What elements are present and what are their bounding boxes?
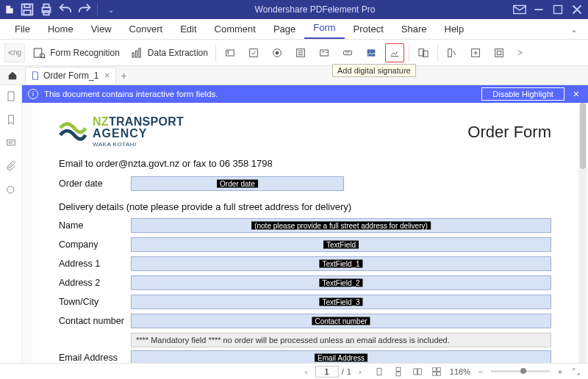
field-order-date[interactable]: Order date [131,176,344,191]
svg-rect-53 [437,367,440,371]
menu-convert[interactable]: Convert [121,19,172,39]
dropdown-tool-icon[interactable] [315,43,334,62]
field-name[interactable]: (note please provide a full street addre… [131,218,551,233]
more-tools-3-icon[interactable] [490,43,509,62]
document-title: Order Form [467,123,551,142]
ribbon-scroll-left[interactable]: < ng [4,43,25,62]
ribbon-scroll-right[interactable]: > [514,48,526,58]
mail-icon[interactable] [512,1,528,18]
digital-signature-tool-icon[interactable] [385,43,404,62]
notice-close-icon[interactable]: × [570,88,582,100]
scrollbar-thumb[interactable] [580,103,586,169]
field-tag: Contact number [312,317,370,325]
svg-rect-47 [377,368,381,375]
menu-page[interactable]: Page [265,19,304,39]
menu-help[interactable]: Help [436,19,473,39]
thumbnails-panel-icon[interactable] [4,90,18,103]
zoom-slider-thumb[interactable] [520,368,526,374]
svg-rect-36 [448,48,452,57]
close-button[interactable] [569,1,585,18]
field-company[interactable]: TextField [131,237,551,252]
maximize-button[interactable] [550,1,566,18]
ribbon-tooltip: Add digital signature [332,64,416,77]
data-extraction-button[interactable]: Data Extraction [127,46,211,59]
page-viewport[interactable]: NZTRANSPORT AGENCY WAKA KOTAHI Order For… [32,103,578,363]
menu-view[interactable]: View [82,19,121,39]
field-town[interactable]: TextField_3 [131,295,551,309]
separator [409,44,409,62]
undo-icon[interactable] [57,1,74,18]
label-contact: Contact number [59,316,131,326]
radio-tool-icon[interactable] [268,43,287,62]
svg-rect-54 [433,372,437,375]
redo-icon[interactable] [76,1,93,18]
svg-point-46 [7,187,13,193]
close-tab-icon[interactable]: × [104,71,110,81]
comments-panel-icon[interactable] [4,137,18,150]
disable-highlight-button[interactable]: Disable Highlight [481,87,564,101]
ribbon-collapse-icon[interactable]: ⌃ [566,29,582,39]
zoom-in-icon[interactable]: + [554,366,566,378]
menu-edit[interactable]: Edit [171,19,205,39]
svg-rect-41 [497,51,501,54]
bookmarks-panel-icon[interactable] [4,113,18,126]
home-tab-icon[interactable] [3,66,22,85]
document-area: i This document contains interactive for… [22,85,588,363]
fullscreen-icon[interactable] [570,366,582,378]
next-page-icon[interactable]: › [354,366,366,378]
view-continuous-icon[interactable] [392,366,404,378]
prev-page-icon[interactable]: ‹ [301,366,312,378]
add-tab-icon[interactable]: + [121,70,126,82]
page-input[interactable] [315,366,339,378]
image-tool-icon[interactable] [362,43,381,62]
svg-rect-1 [24,4,29,8]
listbox-tool-icon[interactable] [291,43,310,62]
status-bar: ‹ / 1 › 118% − + [0,363,588,379]
vertical-scrollbar[interactable] [579,103,587,363]
save-icon[interactable] [19,1,35,18]
text-field-tool-icon[interactable] [220,43,240,62]
data-extraction-icon [130,46,143,59]
view-grid-icon[interactable] [431,366,442,378]
svg-rect-20 [250,48,258,57]
view-two-page-icon[interactable] [412,366,423,378]
minimize-button[interactable] [531,1,547,18]
checkbox-tool-icon[interactable] [244,43,263,62]
zoom-slider[interactable] [491,370,550,372]
field-contact[interactable]: Contact number [131,314,551,328]
form-recognition-button[interactable]: Form Recognition [29,46,123,59]
menu-file[interactable]: File [6,19,39,39]
menu-share[interactable]: Share [392,19,436,39]
svg-rect-11 [34,48,42,57]
field-address2[interactable]: TextField_2 [131,275,551,290]
form-properties-icon[interactable] [414,43,433,62]
menu-home[interactable]: Home [39,19,82,39]
title-bar: Wondershare PDFelement Pro [0,0,588,19]
page-total: 1 [347,367,351,376]
document-tab-1[interactable]: Order Form_1 × [25,67,116,84]
view-single-icon[interactable] [373,366,385,378]
form-recognition-icon [32,46,46,59]
form-recognition-label: Form Recognition [50,48,120,58]
attachments-panel-icon[interactable] [4,160,18,173]
more-tools-2-icon[interactable] [466,43,485,62]
row-address2: Address 2 TextField_2 [59,275,551,290]
print-icon[interactable] [38,1,54,18]
field-address1[interactable]: TextField_1 [131,256,551,271]
svg-rect-52 [433,367,437,371]
button-tool-icon[interactable]: OK [338,43,357,62]
menu-form[interactable]: Form [304,18,344,39]
page-navigator: ‹ / 1 › [301,366,366,378]
field-email[interactable]: Email Address [131,350,551,363]
window-title: Wondershare PDFelement Pro [118,4,512,15]
zoom-out-icon[interactable]: − [475,366,487,378]
pdf-page: NZTRANSPORT AGENCY WAKA KOTAHI Order For… [32,103,578,363]
menu-protect[interactable]: Protect [345,19,392,39]
qat-dropdown-icon[interactable] [102,1,118,18]
svg-rect-48 [396,367,401,371]
row-order-date: Order date Order date [59,176,551,191]
more-tools-1-icon[interactable] [442,43,462,62]
menu-comment[interactable]: Comment [206,19,265,39]
svg-line-13 [44,57,46,59]
search-panel-icon[interactable] [4,184,18,197]
